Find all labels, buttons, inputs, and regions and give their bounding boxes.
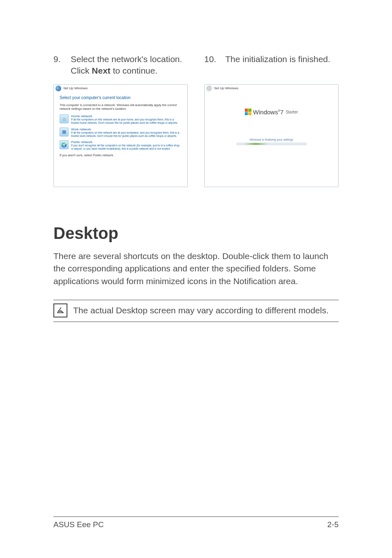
step9-line2-bold: Next (92, 66, 111, 75)
brand-ver: 7 (280, 109, 284, 116)
note-text: The actual Desktop screen may vary accor… (73, 306, 329, 315)
section-paragraph: There are several shortcuts on the deskt… (53, 250, 339, 287)
dialog-footer-text: If you aren't sure, select Public networ… (60, 153, 182, 157)
window-titlebar: ← Set Up Windows (54, 85, 187, 92)
dialog-body: Select your computer's current location … (54, 92, 187, 187)
step-text: Select the network's location. Click Nex… (71, 53, 188, 77)
step-text: The initialization is finished. (225, 53, 330, 77)
option-desc: If all the computers on this network are… (71, 118, 182, 125)
window-titlebar: Set Up Windows (205, 85, 338, 92)
window-title: Set Up Windows (214, 86, 238, 90)
back-button[interactable]: ← (55, 86, 61, 91)
note-box: The actual Desktop screen may vary accor… (53, 300, 339, 322)
option-work-network[interactable]: ▦ Work network If all the computers on t… (60, 127, 182, 138)
step9-line1: Select the network's location. (71, 54, 182, 64)
work-icon: ▦ (60, 127, 69, 137)
section-heading: Desktop (53, 224, 339, 243)
option-title: Home network (71, 114, 182, 118)
dialog-heading: Select your computer's current location (60, 95, 182, 100)
public-icon: 🌍 (60, 140, 69, 149)
steps-row: 9. Select the network's location. Click … (53, 53, 339, 77)
screenshot-network-location: ← Set Up Windows Select your computer's … (53, 84, 188, 187)
screenshots-row: ← Set Up Windows Select your computer's … (53, 84, 339, 187)
window-title: Set Up Windows (63, 86, 88, 90)
windows-logo-line: Windows®7 Starter (245, 109, 298, 116)
home-icon: ⌂ (60, 114, 69, 123)
footer-right: 2-5 (327, 520, 339, 529)
step-9: 9. Select the network's location. Click … (53, 53, 188, 77)
step-number: 9. (53, 53, 62, 77)
step9-line2-pre: Click (71, 66, 92, 75)
back-button-disabled (206, 86, 212, 91)
footer-left: ASUS Eee PC (53, 520, 104, 529)
option-text: Home network If all the computers on thi… (71, 114, 182, 125)
windows-brand: Windows®7 (253, 109, 284, 116)
brand-text: Windows (253, 109, 278, 116)
option-desc: If all the computers on this network are… (71, 131, 182, 138)
option-home-network[interactable]: ⌂ Home network If all the computers on t… (60, 114, 182, 125)
step-number: 10. (204, 53, 216, 77)
option-text: Work network If all the computers on thi… (71, 127, 182, 138)
dialog-body: Windows®7 Starter Windows is finalizing … (205, 92, 338, 187)
option-desc: If you don't recognize all the computers… (71, 144, 182, 150)
progress-bar (237, 143, 307, 145)
note-icon (53, 303, 67, 317)
dialog-subtext: This computer is connected to a network.… (60, 103, 182, 111)
option-text: Public network If you don't recognize al… (71, 140, 182, 150)
status-text: Windows is finalizing your settings (249, 138, 293, 141)
windows-flag-icon (245, 109, 251, 115)
screenshot-finalizing: Set Up Windows Windows®7 Starter Windows… (204, 84, 339, 187)
option-title: Public network (71, 140, 182, 144)
page-content: 9. Select the network's location. Click … (0, 0, 392, 322)
step9-line2-post: to continue. (111, 66, 157, 75)
option-title: Work network (71, 127, 182, 131)
option-public-network[interactable]: 🌍 Public network If you don't recognize … (60, 140, 182, 150)
windows-edition: Starter (286, 110, 298, 114)
step-10: 10. The initialization is finished. (204, 53, 339, 77)
page-footer: ASUS Eee PC 2-5 (53, 516, 339, 529)
